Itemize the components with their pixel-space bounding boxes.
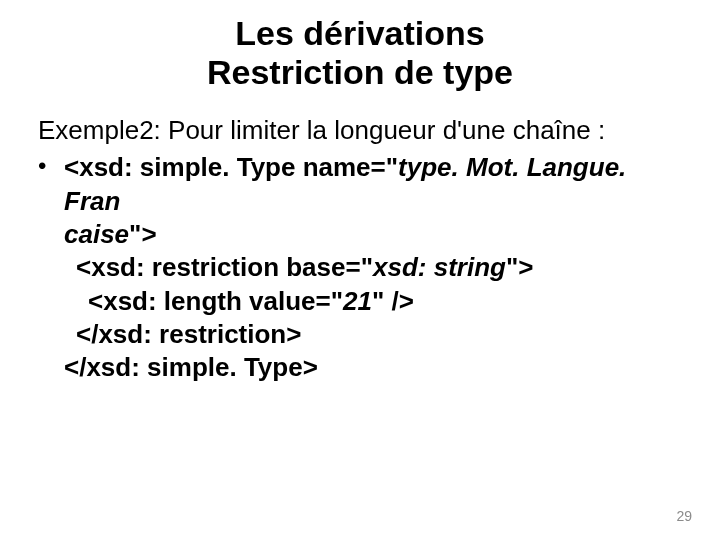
code-line-6: </xsd: simple. Type>	[64, 351, 682, 384]
title-line-2: Restriction de type	[0, 53, 720, 92]
bullet-dot: •	[38, 151, 64, 218]
title-line-1: Les dérivations	[0, 14, 720, 53]
code-line-1: <xsd: simple. Type name="type. Mot. Lang…	[64, 151, 682, 218]
slide-title: Les dérivations Restriction de type	[0, 14, 720, 92]
code-line-5: </xsd: restriction>	[64, 318, 682, 351]
bullet-block: • <xsd: simple. Type name="type. Mot. La…	[38, 151, 682, 384]
page-number: 29	[676, 508, 692, 524]
code-line-3: <xsd: restriction base="xsd: string">	[64, 251, 682, 284]
example-intro: Exemple2: Pour limiter la longueur d'une…	[38, 114, 682, 147]
code-line-2: caise">	[64, 218, 682, 251]
slide-content: Exemple2: Pour limiter la longueur d'une…	[0, 114, 720, 384]
code-line-4: <xsd: length value="21" />	[64, 285, 682, 318]
